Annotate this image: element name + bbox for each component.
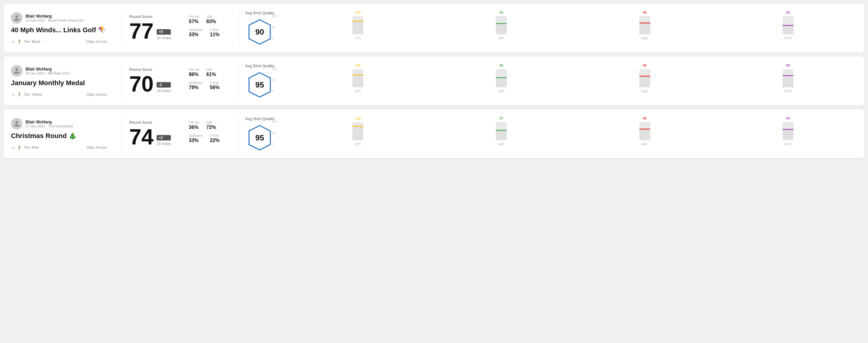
tee-info: ☁️ 🏌️ Tee: Black — [11, 39, 40, 44]
updown-value: 78% — [189, 85, 203, 90]
fw-hit-label: FW Hit — [189, 121, 199, 124]
fw-hit-value: 36% — [189, 125, 199, 130]
updown-label: Up/Down — [189, 81, 203, 85]
bar-indicator-2 — [639, 23, 650, 23]
divider-2 — [239, 116, 239, 152]
oneputt-value: 56% — [210, 85, 219, 90]
score-row: 74 +2 18 Holes — [129, 126, 184, 148]
chart-container: 101 OTT 86 APP 96 — [289, 63, 857, 99]
quality-section: Avg Shot Quality 95 100 50 0 101 — [245, 63, 857, 99]
chart-bar-group-0: 101 OTT — [289, 64, 427, 93]
y-label-0: 0 — [272, 143, 277, 146]
score-label: Round Score — [129, 67, 184, 72]
bar-axis-label-3: PUTT — [784, 90, 792, 93]
chart-bar-group-0: 107 OTT — [289, 11, 427, 40]
bar-fill-bg-1 — [496, 77, 507, 87]
fw-hit-stat: FW Hit 36% — [189, 121, 199, 130]
player-meta: 12 Feb 2022 · Royal North Devon GC — [26, 19, 84, 22]
bar-wrapper-1 — [496, 16, 507, 34]
person-icon — [13, 67, 20, 74]
bar-fill-bg-3 — [782, 129, 794, 140]
bar-axis-label-1: APP — [498, 90, 504, 93]
bar-fill-bg-0 — [352, 21, 363, 34]
hex-score: 95 — [255, 80, 264, 89]
bar-indicator-1 — [496, 130, 507, 131]
bar-wrapper-0 — [352, 122, 363, 140]
bar-fill-bg-3 — [782, 75, 794, 87]
stats-section: FW Hit 86% GIR 61% Up/Down 78% 1 Putt 56… — [184, 68, 232, 94]
person-icon — [13, 14, 20, 21]
fw-hit-stat: FW Hit 57% — [189, 15, 199, 24]
y-label-100: 100 — [272, 14, 277, 18]
left-section: Blair McHarg 27 Dec 2021 · The Oxfordshi… — [11, 118, 114, 150]
bar-fill-bg-3 — [782, 25, 794, 34]
bar-wrapper-1 — [496, 122, 507, 140]
bar-indicator-1 — [496, 77, 507, 78]
data-source: Data: Arccos — [86, 39, 107, 44]
oneputt-stat: 1 Putt 22% — [210, 134, 219, 143]
bar-fill-bg-1 — [496, 130, 507, 140]
bag-icon: 🏌️ — [17, 92, 22, 97]
bar-value-0: 101 — [355, 64, 361, 67]
holes-label: 18 Holes — [157, 36, 171, 40]
bar-axis-label-3: PUTT — [784, 37, 792, 40]
bar-indicator-3 — [782, 129, 794, 130]
chart-bar-group-2: 96 ARG — [576, 64, 714, 93]
bar-axis-label-0: OTT — [355, 143, 361, 146]
chart-bars: 107 OTT 95 APP 98 — [289, 10, 857, 46]
updown-label: Up/Down — [189, 28, 203, 32]
chart-bar-group-3: 93 PUTT — [719, 117, 857, 146]
stats-section: FW Hit 57% GIR 83% Up/Down 33% 1 Putt 11… — [184, 15, 232, 41]
stat-row-1: FW Hit 86% GIR 61% — [189, 68, 228, 77]
bar-indicator-2 — [639, 76, 650, 76]
divider-1 — [122, 116, 122, 152]
oneputt-label: 1 Putt — [210, 134, 219, 137]
hexagon-container: 95 — [246, 124, 273, 151]
round-card-2: Blair McHarg 27 Dec 2021 · The Oxfordshi… — [4, 110, 864, 158]
chart-container: 107 OTT 95 APP 98 — [289, 10, 857, 46]
holes-label: 18 Holes — [157, 142, 171, 146]
gir-stat: GIR 61% — [207, 68, 216, 77]
chart-outer: 100 50 0 110 OTT 87 — [281, 116, 857, 152]
chart-y-labels: 100 50 0 — [272, 120, 277, 146]
y-label-0: 0 — [272, 37, 277, 40]
gir-value: 61% — [207, 72, 216, 77]
hexagon-container: 95 — [246, 71, 273, 98]
data-source: Data: Arccos — [86, 92, 107, 97]
weather-icon: ☁️ — [11, 39, 16, 44]
player-info: Blair McHarg 27 Dec 2021 · The Oxfordshi… — [26, 120, 73, 128]
stat-row-2: Up/Down 33% 1 Putt 11% — [189, 28, 228, 37]
bar-fill-bg-1 — [496, 23, 507, 34]
gir-value: 83% — [207, 19, 216, 24]
left-section: Blair McHarg 29 Jan 2022 · Mill Ride GCC… — [11, 65, 114, 97]
avatar — [11, 65, 23, 76]
oneputt-stat: 1 Putt 56% — [210, 81, 219, 90]
quality-label: Avg Shot Quality — [245, 64, 275, 68]
bag-icon: 🏌️ — [17, 145, 22, 150]
player-meta: 27 Dec 2021 · The Oxfordshire — [26, 124, 73, 128]
bar-axis-label-2: ARG — [642, 37, 648, 40]
gir-value: 72% — [207, 125, 216, 130]
quality-label: Avg Shot Quality — [245, 117, 275, 121]
round-card-0: Blair McHarg 12 Feb 2022 · Royal North D… — [4, 4, 864, 52]
tee-row: ☁️ 🏌️ Tee: Yellow Data: Arccos — [11, 92, 107, 97]
score-number: 74 — [129, 126, 154, 148]
bar-axis-label-0: OTT — [355, 37, 361, 40]
chart-bar-group-3: 99 PUTT — [719, 64, 857, 93]
score-section: Round Score 70 -2 18 Holes — [129, 67, 184, 95]
bar-wrapper-2 — [639, 16, 650, 34]
bar-axis-label-2: ARG — [642, 90, 648, 93]
chart-y-labels: 100 50 0 — [272, 67, 277, 93]
updown-label: Up/Down — [189, 134, 203, 137]
quality-left: Avg Shot Quality 90 — [245, 11, 275, 45]
score-section: Round Score 74 +2 18 Holes — [129, 120, 184, 148]
score-meta: +2 18 Holes — [157, 135, 171, 148]
bar-indicator-0 — [352, 74, 363, 75]
score-badge: +2 — [157, 135, 171, 141]
chart-bar-group-0: 110 OTT — [289, 117, 427, 146]
score-row: 77 +5 18 Holes — [129, 20, 184, 42]
oneputt-value: 11% — [210, 32, 219, 37]
player-name: Blair McHarg — [26, 67, 70, 71]
bar-value-2: 96 — [643, 64, 646, 67]
fw-hit-label: FW Hit — [189, 15, 199, 19]
